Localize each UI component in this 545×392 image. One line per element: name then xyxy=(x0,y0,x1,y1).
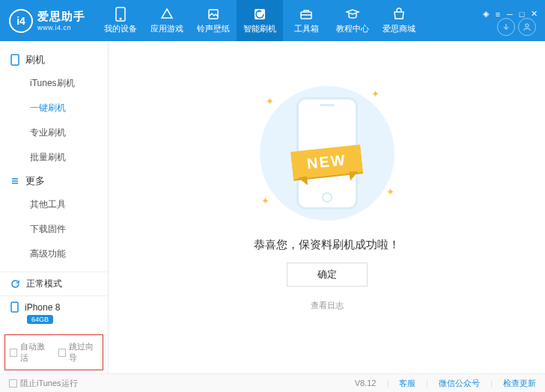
nav-my-device[interactable]: 我的设备 xyxy=(97,0,144,41)
content: ✦✦✦✦ NEW 恭喜您，保资料刷机成功啦！ 确定 查看日志 xyxy=(109,41,545,373)
checkbox-block-itunes[interactable]: 阻止iTunes运行 xyxy=(9,378,78,389)
wallpaper-icon xyxy=(206,7,221,22)
phone-icon xyxy=(10,301,19,313)
phone-icon xyxy=(113,7,128,22)
mall-icon xyxy=(392,7,407,22)
sidebar-status[interactable]: 正常模式 xyxy=(0,272,108,295)
update-link[interactable]: 检查更新 xyxy=(503,378,536,389)
skin-button[interactable]: ◈ xyxy=(481,9,491,19)
apps-icon xyxy=(159,7,174,22)
checkbox-skip-guide[interactable]: 跳过向导 xyxy=(58,341,98,364)
nav-toolbox[interactable]: 工具箱 xyxy=(283,0,329,41)
nav-mall[interactable]: 爱思商城 xyxy=(376,0,422,41)
nav: 我的设备 应用游戏 铃声壁纸 智能刷机 工具箱 教程中心 爱思商城 xyxy=(97,0,422,41)
sidebar-device[interactable]: iPhone 8 64GB xyxy=(0,295,108,331)
svg-point-1 xyxy=(120,18,121,19)
sidebar-item-oneclick-flash[interactable]: 一键刷机 xyxy=(0,96,108,120)
brand-url: www.i4.cn xyxy=(37,24,85,31)
svg-rect-6 xyxy=(11,55,19,65)
version-label: V8.12 xyxy=(355,379,377,388)
logo[interactable]: i4 爱思助手 www.i4.cn xyxy=(6,5,88,37)
sidebar-item-download-firmware[interactable]: 下载固件 xyxy=(0,217,108,242)
user-button[interactable] xyxy=(518,18,536,36)
brand-title: 爱思助手 xyxy=(37,10,85,24)
nav-wallpaper[interactable]: 铃声壁纸 xyxy=(190,0,237,41)
success-message: 恭喜您，保资料刷机成功啦！ xyxy=(254,238,400,252)
success-illustration: ✦✦✦✦ NEW xyxy=(245,82,409,224)
sidebar-item-advanced[interactable]: 高级功能 xyxy=(0,242,108,266)
sidebar-item-batch-flash[interactable]: 批量刷机 xyxy=(0,145,108,170)
checkbox-auto-activate[interactable]: 自动激活 xyxy=(10,341,49,364)
flash-icon xyxy=(252,7,267,22)
footer: 阻止iTunes运行 V8.12 | 客服 | 微信公众号 | 检查更新 xyxy=(0,373,545,392)
confirm-button[interactable]: 确定 xyxy=(287,263,368,287)
svg-point-5 xyxy=(526,24,529,27)
nav-tutorial[interactable]: 教程中心 xyxy=(329,0,376,41)
sidebar-item-other-tools[interactable]: 其他工具 xyxy=(0,192,108,217)
sidebar-options-box: 自动激活 跳过向导 xyxy=(4,334,103,370)
support-link[interactable]: 客服 xyxy=(399,378,415,389)
main: 刷机 iTunes刷机 一键刷机 专业刷机 批量刷机 更多 其他工具 下载固件 … xyxy=(0,41,545,373)
phone-icon xyxy=(10,54,19,66)
sidebar-item-itunes-flash[interactable]: iTunes刷机 xyxy=(0,71,108,96)
refresh-icon xyxy=(10,279,20,289)
more-icon xyxy=(10,177,19,186)
sidebar: 刷机 iTunes刷机 一键刷机 专业刷机 批量刷机 更多 其他工具 下载固件 … xyxy=(0,41,109,373)
header: i4 爱思助手 www.i4.cn 我的设备 应用游戏 铃声壁纸 智能刷机 工具… xyxy=(0,0,545,41)
wechat-link[interactable]: 微信公众号 xyxy=(439,378,480,389)
nav-apps[interactable]: 应用游戏 xyxy=(144,0,190,41)
toolbox-icon xyxy=(299,7,314,22)
nav-flash[interactable]: 智能刷机 xyxy=(237,0,283,41)
download-button[interactable] xyxy=(497,18,515,36)
view-log-link[interactable]: 查看日志 xyxy=(311,300,344,311)
device-name: iPhone 8 xyxy=(25,302,60,313)
sidebar-section-flash[interactable]: 刷机 xyxy=(0,49,108,71)
storage-badge: 64GB xyxy=(27,315,53,324)
svg-rect-7 xyxy=(11,302,18,312)
sidebar-item-pro-flash[interactable]: 专业刷机 xyxy=(0,120,108,145)
tutorial-icon xyxy=(345,7,360,22)
logo-badge: i4 xyxy=(9,9,33,33)
sidebar-section-more[interactable]: 更多 xyxy=(0,170,108,192)
